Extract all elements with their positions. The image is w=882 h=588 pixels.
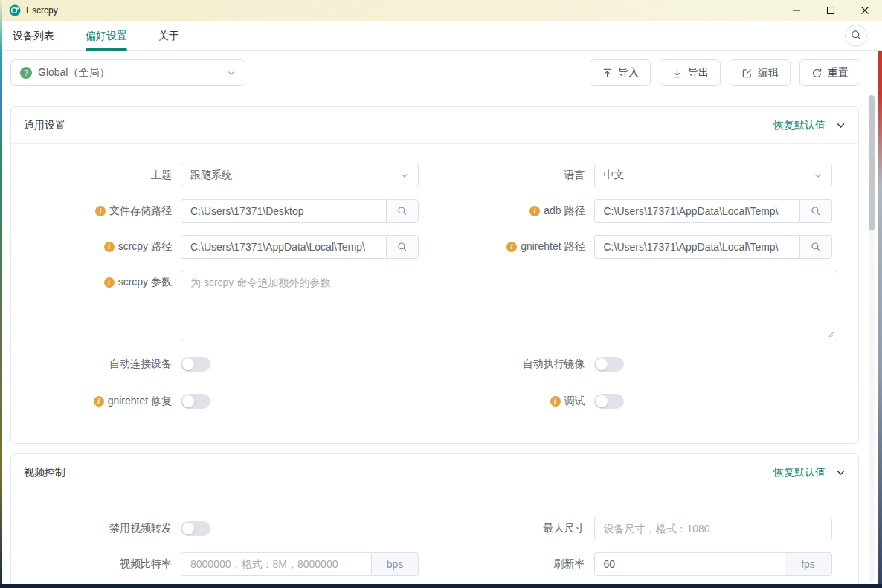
file-path-browse-button[interactable] <box>386 199 419 223</box>
section-video-control: 视频控制 恢复默认值 禁用视频转发 <box>10 453 859 584</box>
bitrate-input[interactable] <box>181 552 371 576</box>
import-button[interactable]: 导入 <box>590 59 651 86</box>
info-icon: i <box>94 396 104 407</box>
debug-field: i 调试 <box>425 390 838 413</box>
tabbar: 设备列表 偏好设置 关于 <box>2 21 882 51</box>
auto-mirror-field: 自动执行镜像 <box>425 352 838 376</box>
info-icon: i <box>95 206 106 216</box>
info-icon: i <box>104 242 115 252</box>
bitrate-unit-label: bps <box>371 552 419 576</box>
scrcpy-args-textarea[interactable] <box>181 271 837 340</box>
language-field: 语言 中文 <box>425 164 838 187</box>
chevron-down-icon <box>227 68 236 77</box>
section-title: 通用设置 <box>24 119 65 132</box>
restore-defaults-video[interactable]: 恢复默认值 <box>773 466 846 479</box>
search-icon <box>851 30 862 41</box>
language-select[interactable]: 中文 <box>594 164 832 187</box>
scope-select-value: Global（全局） <box>38 66 109 80</box>
upload-icon <box>602 68 613 79</box>
chevron-down-icon <box>814 171 823 180</box>
max-size-field: 最大尺寸 <box>425 517 838 540</box>
desktop-edge-bottom <box>0 584 882 588</box>
theme-field: 主题 跟随系统 <box>11 164 425 187</box>
search-icon <box>811 206 821 216</box>
window-controls <box>779 0 882 21</box>
fps-unit-label: fps <box>785 552 832 576</box>
info-icon: i <box>506 242 517 252</box>
refresh-icon <box>811 68 823 79</box>
close-icon <box>860 6 869 15</box>
search-icon <box>397 242 408 252</box>
scrcpy-path-browse-button[interactable] <box>386 235 419 259</box>
scrcpy-path-field: i scrcpy 路径 <box>11 235 425 259</box>
close-button[interactable] <box>848 0 882 21</box>
max-size-input[interactable] <box>594 517 832 540</box>
edit-icon <box>741 68 753 79</box>
resize-handle[interactable] <box>828 330 834 337</box>
reset-button[interactable]: 重置 <box>799 59 860 86</box>
desktop-edge-right <box>878 51 882 588</box>
section-title: 视频控制 <box>24 466 65 479</box>
toolbar: ? Global（全局） 导入 导出 <box>2 51 882 95</box>
chevron-down-icon[interactable] <box>836 468 846 477</box>
file-path-field: i 文件存储路径 <box>11 199 425 223</box>
gnirehtet-fix-field: i gnirehtet 修复 <box>11 390 425 413</box>
scrcpy-args-field: i scrcpy 参数 <box>11 271 837 340</box>
section-video-body: 禁用视频转发 最大尺寸 视频比特率 <box>11 491 858 584</box>
scope-select[interactable]: ? Global（全局） <box>10 59 245 86</box>
desktop-edge-left <box>0 0 2 588</box>
adb-path-browse-button[interactable] <box>799 199 832 223</box>
toolbar-buttons: 导入 导出 编辑 <box>590 59 860 86</box>
search-icon <box>811 242 821 252</box>
debug-toggle[interactable] <box>594 394 624 409</box>
tab-device-list[interactable]: 设备列表 <box>13 21 54 51</box>
gnirehtet-fix-toggle[interactable] <box>181 394 210 409</box>
maximize-icon <box>826 6 835 15</box>
adb-path-input[interactable] <box>594 199 799 223</box>
disable-video-field: 禁用视频转发 <box>11 517 425 540</box>
titlebar: Escrcpy <box>2 0 882 21</box>
gnirehtet-path-field: i gnirehtet 路径 <box>425 235 838 259</box>
window-title: Escrcpy <box>26 5 58 16</box>
section-video-header: 视频控制 恢复默认值 <box>11 454 858 491</box>
chevron-down-icon <box>400 171 409 180</box>
auto-connect-toggle[interactable] <box>181 357 210 372</box>
info-icon: i <box>104 277 115 288</box>
download-icon <box>672 68 683 79</box>
chevron-down-icon[interactable] <box>836 120 846 130</box>
theme-select[interactable]: 跟随系统 <box>181 164 419 187</box>
tab-about[interactable]: 关于 <box>158 21 179 51</box>
preferences-content: 通用设置 恢复默认值 主题 跟随系统 <box>2 95 882 584</box>
maximize-button[interactable] <box>814 0 848 21</box>
scrollbar-thumb[interactable] <box>869 95 875 230</box>
tab-preferences[interactable]: 偏好设置 <box>86 21 127 51</box>
auto-mirror-toggle[interactable] <box>594 357 624 372</box>
app-icon <box>9 4 21 16</box>
minimize-button[interactable] <box>779 0 814 21</box>
section-general-body: 主题 跟随系统 语言 <box>11 144 858 443</box>
fps-field: 刷新率 fps <box>425 552 838 576</box>
adb-path-field: i adb 路径 <box>425 199 838 223</box>
edit-button[interactable]: 编辑 <box>730 59 791 86</box>
fps-input[interactable] <box>594 552 785 576</box>
bitrate-field: 视频比特率 bps <box>11 552 425 576</box>
info-icon: i <box>550 396 561 407</box>
section-general-settings: 通用设置 恢复默认值 主题 跟随系统 <box>10 106 859 444</box>
search-icon <box>397 206 408 216</box>
minimize-icon <box>792 6 801 15</box>
gnirehtet-path-browse-button[interactable] <box>799 235 832 259</box>
export-button[interactable]: 导出 <box>660 59 721 86</box>
file-path-input[interactable] <box>181 199 386 223</box>
question-icon: ? <box>20 67 32 79</box>
restore-defaults-general[interactable]: 恢复默认值 <box>773 119 846 132</box>
escrcpy-window: Escrcpy 设备列表 偏好设置 关于 ? Global（ <box>2 0 882 584</box>
scrcpy-path-input[interactable] <box>181 235 386 259</box>
section-general-header: 通用设置 恢复默认值 <box>11 107 858 144</box>
info-icon: i <box>529 206 540 216</box>
disable-video-toggle[interactable] <box>181 521 210 536</box>
search-button[interactable] <box>845 25 867 47</box>
auto-connect-field: 自动连接设备 <box>11 352 425 376</box>
gnirehtet-path-input[interactable] <box>594 235 799 259</box>
